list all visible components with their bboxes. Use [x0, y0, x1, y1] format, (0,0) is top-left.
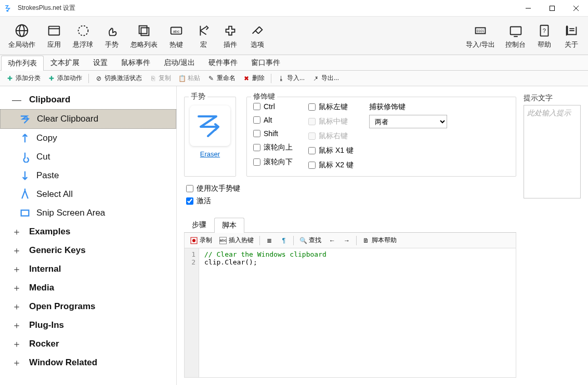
- outdent-button[interactable]: ¶: [278, 235, 290, 246]
- toolbar-macros-button[interactable]: 宏: [190, 20, 217, 51]
- tree-item[interactable]: Copy: [0, 129, 176, 148]
- modifier-checkbox[interactable]: 鼠标 X1 键: [308, 146, 354, 155]
- expand-icon[interactable]: ＋: [10, 300, 23, 313]
- modifier-checkbox[interactable]: Shift: [253, 129, 293, 138]
- maximize-button[interactable]: [540, 0, 564, 17]
- prev-button[interactable]: ←: [326, 235, 338, 246]
- expand-icon[interactable]: ＋: [10, 225, 23, 238]
- svg-rect-22: [21, 210, 29, 216]
- toolbar-impexp-button[interactable]: 0101导入/导出: [461, 20, 500, 51]
- copy-button[interactable]: ⎘复制: [146, 72, 174, 84]
- record-button[interactable]: 录制: [188, 234, 215, 246]
- find-button[interactable]: 🔍查找: [297, 234, 324, 246]
- script-editor[interactable]: 12 // Clear the Windows clipboardclip.Cl…: [184, 248, 516, 378]
- modifier-checkbox[interactable]: 滚轮向下: [253, 157, 293, 167]
- modifier-checkbox[interactable]: 鼠标 X2 键: [308, 161, 354, 170]
- expand-icon[interactable]: ＋: [10, 263, 23, 275]
- rename-button[interactable]: ✎重命名: [204, 72, 239, 84]
- modifier-checkbox[interactable]: 鼠标右键: [308, 131, 354, 141]
- toggle-active-button[interactable]: ⊘切换激活状态: [92, 72, 145, 84]
- paste-button[interactable]: 📋粘贴: [175, 72, 203, 84]
- toolbar-options-button[interactable]: 选项: [244, 20, 271, 51]
- tree-item[interactable]: Cut: [0, 148, 176, 166]
- editor-code[interactable]: // Clear the Windows clipboardclip.Clear…: [199, 248, 332, 377]
- tree-item[interactable]: Snip Screen Area: [0, 204, 176, 222]
- subtab-3[interactable]: 鼠标事件: [114, 55, 157, 70]
- gesture-icon: [19, 207, 31, 219]
- toolbar-float-button[interactable]: 悬浮球: [68, 20, 98, 51]
- tree-item[interactable]: Select All: [0, 185, 176, 204]
- script-tab-0[interactable]: 步骤: [184, 217, 214, 232]
- console-icon: [507, 22, 524, 39]
- subtab-6[interactable]: 窗口事件: [244, 55, 287, 70]
- expand-icon[interactable]: ＋: [10, 338, 23, 350]
- close-button[interactable]: [564, 0, 588, 17]
- tree-category[interactable]: ＋Open Programs: [0, 297, 176, 316]
- capture-modifier-label: 捕获修饰键: [369, 102, 447, 112]
- modifier-checkbox[interactable]: Ctrl: [253, 102, 293, 111]
- main-toolbar: 全局动作应用悬浮球手势忽略列表abc热键宏插件选项0101导入/导出控制台?帮助…: [0, 17, 588, 55]
- subtab-5[interactable]: 硬件事件: [202, 55, 244, 70]
- tree-item[interactable]: Paste: [0, 166, 176, 185]
- tree-category[interactable]: ＋Examples: [0, 222, 176, 241]
- script-help-button[interactable]: 🗎脚本帮助: [360, 234, 399, 246]
- toolbar-console-button[interactable]: 控制台: [500, 20, 531, 51]
- tree-category[interactable]: —Clipboard: [0, 90, 176, 109]
- toolbar-global-button[interactable]: 全局动作: [3, 20, 41, 51]
- svg-point-24: [192, 239, 195, 242]
- subtab-4[interactable]: 启动/退出: [157, 55, 202, 70]
- modifier-checkbox[interactable]: 滚轮向上: [253, 143, 293, 152]
- script-tab-1[interactable]: 脚本: [214, 218, 244, 233]
- gesture-preview[interactable]: [190, 105, 230, 146]
- toolbar-hotkeys-button[interactable]: abc热键: [163, 20, 190, 51]
- toolbar-plugins-button[interactable]: 插件: [217, 20, 244, 51]
- delete-button[interactable]: ✖删除: [240, 72, 268, 84]
- subtab-0[interactable]: 动作列表: [1, 56, 44, 71]
- gesture-name-link[interactable]: Eraser: [200, 150, 220, 158]
- active-checkbox[interactable]: 激活: [186, 196, 516, 206]
- minimize-button[interactable]: [516, 0, 540, 17]
- tree-category[interactable]: ＋Internal: [0, 260, 176, 278]
- toolbar-apps-button[interactable]: 应用: [41, 20, 68, 51]
- tree-item[interactable]: Clear Clipboard: [0, 109, 176, 129]
- modifier-checkbox[interactable]: 鼠标左键: [308, 102, 354, 112]
- expand-icon[interactable]: ＋: [10, 282, 23, 294]
- insert-hotkey-button[interactable]: abc插入热键: [217, 234, 256, 246]
- expand-icon[interactable]: ＋: [10, 356, 23, 369]
- tree-category[interactable]: ＋Plug-Ins: [0, 316, 176, 335]
- add-category-button[interactable]: ✚添加分类: [3, 72, 44, 84]
- app-icon: [4, 4, 14, 13]
- import-button[interactable]: ⭳导入...: [275, 72, 308, 84]
- add-action-button[interactable]: ✚添加动作: [45, 72, 85, 84]
- hint-input[interactable]: 此处输入提示: [524, 105, 581, 198]
- svg-point-9: [78, 25, 88, 35]
- tree-category[interactable]: ＋Window Related: [0, 353, 176, 372]
- global-icon: [14, 22, 30, 39]
- gesture-icon: [19, 169, 31, 182]
- toolbar-gestures-button[interactable]: 手势: [98, 20, 125, 51]
- tree-category[interactable]: ＋Rocker: [0, 335, 176, 353]
- secondary-gesture-checkbox[interactable]: 使用次手势键: [186, 184, 516, 193]
- subtab-2[interactable]: 设置: [86, 55, 114, 70]
- modifier-checkbox[interactable]: Alt: [253, 116, 293, 124]
- subtab-1[interactable]: 文本扩展: [44, 55, 86, 70]
- tree-category[interactable]: ＋Media: [0, 278, 176, 297]
- toolbar-about-button[interactable]: 关于: [558, 20, 585, 51]
- export-button[interactable]: ⭷导出...: [309, 72, 342, 84]
- modifier-checkbox[interactable]: 鼠标中键: [308, 117, 354, 126]
- expand-icon[interactable]: —: [10, 94, 23, 106]
- expand-icon[interactable]: ＋: [10, 244, 23, 257]
- indent-button[interactable]: ≣: [263, 235, 276, 246]
- capture-modifier-select[interactable]: 两者: [369, 115, 447, 128]
- gesture-icon: [19, 132, 31, 144]
- toolbar-ignore-button[interactable]: 忽略列表: [125, 20, 163, 51]
- next-button[interactable]: →: [341, 235, 353, 246]
- expand-icon[interactable]: ＋: [10, 319, 23, 331]
- tree-category[interactable]: ＋Generic Keys: [0, 241, 176, 260]
- toolbar-help-button[interactable]: ?帮助: [531, 20, 558, 51]
- hint-title: 提示文字: [524, 94, 581, 103]
- gesture-icon: [19, 113, 32, 125]
- float-icon: [75, 22, 92, 39]
- action-tree[interactable]: —ClipboardClear ClipboardCopyCutPasteSel…: [0, 86, 177, 385]
- modifiers-group: 修饰键 CtrlAltShift滚轮向上滚轮向下 鼠标左键鼠标中键鼠标右键鼠标 …: [246, 97, 516, 177]
